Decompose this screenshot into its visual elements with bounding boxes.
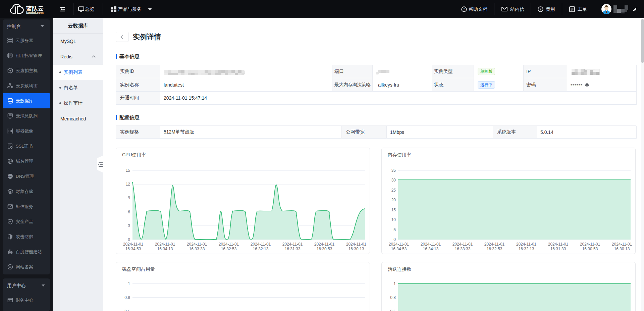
svg-text:9: 9	[128, 196, 130, 200]
svg-text:2024-11-01: 2024-11-01	[484, 242, 505, 247]
svg-text:2024-11-01: 2024-11-01	[516, 242, 537, 247]
svg-text:15: 15	[126, 168, 130, 173]
svg-text:2024-11-01: 2024-11-01	[421, 242, 441, 247]
svg-text:2024-11-01: 2024-11-01	[251, 242, 271, 247]
svg-text:2024-11-01: 2024-11-01	[580, 242, 600, 247]
svg-text:30: 30	[391, 178, 396, 183]
svg-text:12: 12	[126, 182, 130, 187]
svg-text:2024-11-01: 2024-11-01	[155, 242, 175, 247]
svg-text:2024-11-01: 2024-11-01	[187, 242, 207, 247]
svg-text:DNS: DNS	[8, 175, 12, 177]
svg-text:16:34:53: 16:34:53	[391, 247, 407, 251]
svg-text:16:33:33: 16:33:33	[455, 247, 471, 251]
svg-text:16:30:13: 16:30:13	[614, 247, 630, 251]
svg-text:0.8: 0.8	[124, 295, 130, 300]
svg-text:3: 3	[128, 223, 130, 228]
svg-text:16:30:13: 16:30:13	[348, 247, 364, 251]
svg-text:16:34:53: 16:34:53	[125, 247, 141, 251]
svg-text:16:34:13: 16:34:13	[157, 247, 173, 251]
svg-text:0.8: 0.8	[390, 295, 396, 300]
svg-text:0: 0	[393, 237, 396, 242]
svg-text:¥: ¥	[539, 7, 542, 11]
svg-text:20: 20	[391, 198, 396, 202]
svg-text:?: ?	[463, 7, 465, 11]
svg-text:5: 5	[393, 227, 396, 232]
svg-text:15: 15	[391, 208, 396, 212]
svg-text:35: 35	[391, 168, 396, 173]
svg-text:2024-11-01: 2024-11-01	[219, 242, 239, 247]
svg-text:0: 0	[128, 237, 130, 242]
svg-text:16:30:53: 16:30:53	[582, 247, 598, 251]
svg-text:16:30:53: 16:30:53	[317, 247, 332, 251]
svg-text:2024-11-01: 2024-11-01	[346, 242, 367, 247]
svg-text:2024-11-01: 2024-11-01	[314, 242, 335, 247]
svg-text:16:32:53: 16:32:53	[487, 247, 502, 251]
svg-text:2024-11-01: 2024-11-01	[548, 242, 569, 247]
svg-text:16:32:53: 16:32:53	[221, 247, 237, 251]
svg-text:16:34:13: 16:34:13	[423, 247, 439, 251]
svg-text:2024-11-01: 2024-11-01	[389, 242, 409, 247]
svg-text:2024-11-01: 2024-11-01	[123, 242, 144, 247]
svg-text:16:31:33: 16:31:33	[550, 247, 566, 251]
svg-text:1: 1	[128, 281, 130, 286]
svg-text:0.6: 0.6	[390, 309, 396, 311]
svg-text:16:33:33: 16:33:33	[189, 247, 205, 251]
svg-text:25: 25	[391, 188, 396, 193]
svg-text:10: 10	[391, 217, 396, 222]
svg-text:1: 1	[393, 281, 396, 286]
svg-text:2024-11-01: 2024-11-01	[612, 242, 632, 247]
svg-text:16:32:13: 16:32:13	[519, 247, 534, 251]
svg-text:16:32:13: 16:32:13	[253, 247, 269, 251]
svg-text:0.6: 0.6	[124, 309, 130, 311]
svg-text:16:31:33: 16:31:33	[285, 247, 301, 251]
svg-text:2024-11-01: 2024-11-01	[282, 242, 303, 247]
svg-text:6: 6	[128, 210, 130, 214]
svg-text:2024-11-01: 2024-11-01	[452, 242, 473, 247]
